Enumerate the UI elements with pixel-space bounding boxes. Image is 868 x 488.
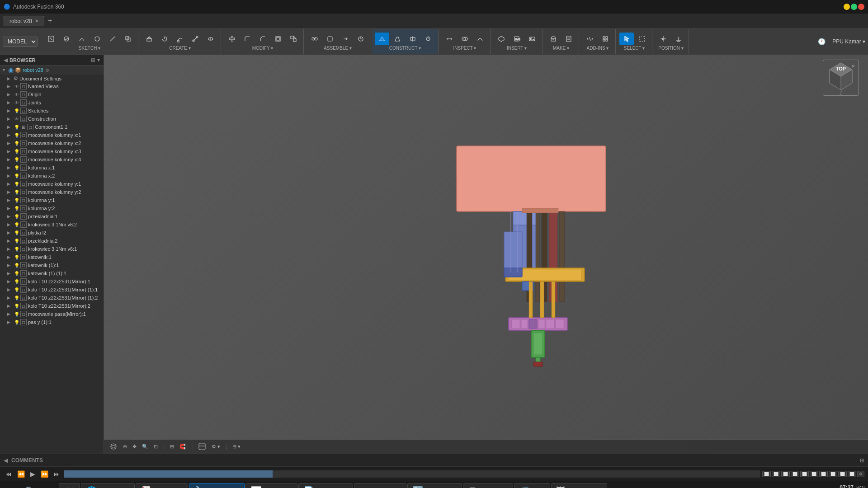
expand-icon[interactable]: ▶ [7,165,14,170]
comments-toggle-icon[interactable]: ⊞ [860,457,864,464]
browser-item-moc-kol-x2[interactable]: ▶ 💡 □ mocowanie kolumny x:2 [0,139,104,147]
insert-mesh-button[interactable] [494,33,509,45]
nav-cube-x-close[interactable]: ✕ [851,64,855,69]
measure-button[interactable] [442,33,457,45]
browser-item-construction[interactable]: ▶ 👁 □ Construction [0,115,104,123]
browser-item-plytka[interactable]: ▶ 💡 □ plytka l2 [0,229,104,237]
browser-item-origin[interactable]: ▶ 👁 □ Origin [0,90,104,99]
browser-item-moc-kol-x3[interactable]: ▶ 💡 □ mocowanie kolumny x:3 [0,147,104,155]
browser-item-root[interactable]: ▼ ◉ 📦 robot v28 ⚙ [0,66,104,75]
anim-tool-2[interactable]: ⬜ [772,471,780,477]
expand-icon[interactable]: ▶ [7,214,14,219]
anim-tool-7[interactable]: ⬜ [819,471,828,477]
browser-item-katownik1-1[interactable]: ▶ 💡 □ katownik (1):1 [0,261,104,269]
fillet-button[interactable] [240,33,255,45]
ground-button[interactable] [671,33,686,45]
browser-expand-icon[interactable]: ⊞ [91,57,95,63]
sketch-circle-button[interactable] [90,33,104,45]
browser-item-moc-kol-y2[interactable]: ▶ 💡 □ mocowanie kolumny y:2 [0,188,104,196]
browser-item-kolo2[interactable]: ▶ 💡 □ kolo T10 z22x2531(Mirror) (1):1 [0,286,104,294]
anim-tool-1[interactable]: ⬜ [762,471,771,477]
root-settings-icon[interactable]: ⚙ [45,68,49,73]
sketch-arc-button[interactable] [75,33,89,45]
axis-thru-button[interactable] [421,33,435,45]
hole-button[interactable] [203,33,218,45]
animation-timeline[interactable] [64,470,760,478]
drive-joints-button[interactable] [338,33,353,45]
3d-print-button[interactable] [546,33,561,45]
taskbar-app-fusion[interactable]: 🔧 Autodesk Fusi... [189,483,245,488]
expand-icon[interactable]: ▶ [7,239,14,243]
curvature-button[interactable] [473,33,487,45]
look-at-button[interactable]: ⊕ [121,443,129,450]
drawing-button[interactable] [561,33,576,45]
maximize-button[interactable] [851,4,857,10]
taskbar-app-itunes[interactable]: 🎵 iTunes [514,483,551,488]
browser-item-doc-settings[interactable]: ▶ ⚙ Document Settings [0,75,104,82]
pan-button[interactable]: ✥ [131,443,138,450]
browser-item-sketches[interactable]: ▶ 💡 □ Sketches [0,107,104,115]
select-button[interactable] [619,33,634,45]
browser-item-kolumna-y2[interactable]: ▶ 💡 □ kolumna y:2 [0,204,104,212]
anim-tool-4[interactable]: ⬜ [791,471,799,477]
expand-icon[interactable]: ▶ [7,182,14,186]
midplane-button[interactable] [406,33,420,45]
taskbar-app-windows[interactable]: 🖥 Windows Co... [463,483,513,488]
browser-item-named-views[interactable]: ▶ 👁 □ Named Views [0,82,104,90]
browser-item-component1[interactable]: ▶ 💡 ⊞ □ Component1:1 [0,123,104,131]
anim-skip-start-button[interactable]: ⏮ [4,469,14,479]
angle-plane-button[interactable] [390,33,405,45]
taskbar-app-explorer[interactable]: 📁 [59,483,80,488]
anim-tool-10[interactable]: ⬜ [848,471,856,477]
taskbar-app-update[interactable]: 🔄 Aktualizacje a... [407,483,462,488]
expand-icon[interactable]: ▶ [7,230,14,235]
comments-back-icon[interactable]: ◀ [4,457,8,464]
sketch-offset-button[interactable] [121,33,135,45]
keyboard-layout[interactable]: POL PLP [856,485,866,488]
browser-item-kolo4[interactable]: ▶ 💡 □ kolo T10 z22x2531(Mirror):2 [0,302,104,310]
nav-cube[interactable]: TOP ✕ Z [823,60,859,96]
tab-robot-v28[interactable]: robot v28 ✕ [4,16,44,26]
expand-icon[interactable]: ▶ [7,320,14,324]
expand-icon[interactable]: ▶ [7,279,14,284]
display-mode-button[interactable] [196,441,208,452]
shell-button[interactable] [271,33,285,45]
taskbar-app-sciaga[interactable]: 📄 sciaga [Tryb z... [298,483,353,488]
tab-close-button[interactable]: ✕ [35,19,38,23]
sketch-line-button[interactable] [105,33,120,45]
browser-settings-icon[interactable]: ▾ [97,57,100,63]
addins-button[interactable] [598,33,613,45]
orbit-button[interactable] [108,441,119,452]
anim-tool-8[interactable]: ⬜ [829,471,837,477]
browser-item-kolumna-y1[interactable]: ▶ 💡 □ kolumna y:1 [0,196,104,204]
expand-icon[interactable]: ▶ [7,287,14,292]
expand-icon[interactable]: ▶ [7,149,14,154]
browser-item-kolumna-x1[interactable]: ▶ 💡 □ kolumna x:1 [0,164,104,172]
expand-icon[interactable]: ▶ [7,133,14,137]
window-controls[interactable] [844,4,864,10]
taskbar-app-poker[interactable]: 🃏 Poker - Stoly... [136,483,188,488]
browser-item-moc-pasa[interactable]: ▶ 💡 □ mocowanie pasa(Mirror):1 [0,310,104,318]
new-tab-button[interactable]: + [46,17,54,25]
browser-item-joints[interactable]: ▶ 👁 □ Joints [0,99,104,107]
anim-tool-9[interactable]: ⬜ [838,471,847,477]
browser-item-przekladnia2[interactable]: ▶ 💡 □ przekladnia:2 [0,237,104,245]
browser-back-icon[interactable]: ◀ [4,57,8,63]
browser-item-kolumna-x2[interactable]: ▶ 💡 □ kolumna x:2 [0,172,104,180]
browser-item-moc-kol-x4[interactable]: ▶ 💡 □ mocowanie kolumny x:4 [0,155,104,164]
taskbar-app-browser[interactable]: 🌐 (1) cnc.info.pl... [81,483,135,488]
zoom-button[interactable]: 🔍 [140,443,150,450]
system-clock[interactable]: 07:37 23.09.2018 [829,484,854,488]
expand-icon[interactable]: ▶ [7,263,14,267]
browser-item-katownik1-1-1[interactable]: ▶ 💡 □ katownik (1) (1):1 [0,269,104,277]
chamfer-button[interactable] [255,33,270,45]
expand-icon[interactable]: ▶ [7,157,14,162]
clock-icon[interactable]: 🕐 [814,35,829,48]
expand-icon[interactable]: ▶ [7,271,14,276]
browser-item-moc-kol-x1[interactable]: ▶ 💡 □ mocowanie kolumny x:1 [0,131,104,139]
expand-icon[interactable]: ▶ [7,312,14,316]
grid-button[interactable]: ⊞ [168,443,176,450]
browser-item-krokowiec2[interactable]: ▶ 💡 □ krokowiec 3.1Nm v6:1 [0,245,104,253]
rigid-group-button[interactable] [323,33,337,45]
anim-tool-6[interactable]: ⬜ [810,471,818,477]
